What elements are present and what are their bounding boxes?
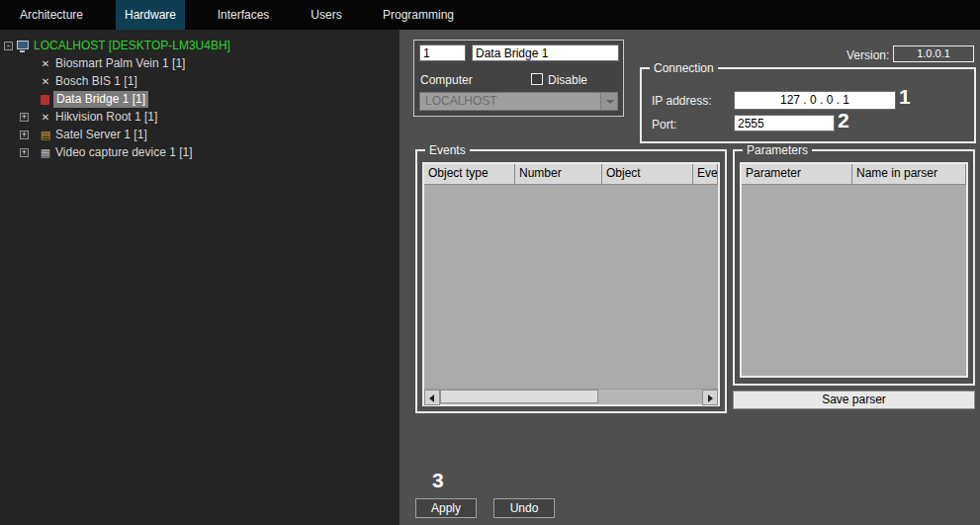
events-table-header: Object type Number Object Ever bbox=[424, 164, 718, 185]
tree-item-localhost[interactable]: LOCALHOST [DESKTOP-LM3U4BH] bbox=[34, 38, 230, 54]
computer-label: Computer bbox=[420, 73, 473, 87]
tree-row: ✕ Bosch BIS 1 [1] bbox=[0, 73, 400, 90]
expand-toggle[interactable]: + bbox=[20, 113, 29, 122]
tree-row: - LOCALHOST [DESKTOP-LM3U4BH] bbox=[0, 38, 400, 54]
tab-hardware[interactable]: Hardware bbox=[116, 0, 185, 30]
parameters-table-header: Parameter Name in parser bbox=[742, 164, 966, 185]
annotation-step-3: 3 bbox=[432, 469, 444, 492]
tree-item-hikvision[interactable]: Hikvision Root 1 [1] bbox=[55, 109, 157, 126]
parameters-table-body[interactable] bbox=[742, 185, 966, 376]
tab-interfaces[interactable]: Interfaces bbox=[208, 0, 279, 30]
device-tree: - LOCALHOST [DESKTOP-LM3U4BH] ✕ Biosmart… bbox=[0, 30, 400, 525]
x-icon: ✕ bbox=[40, 109, 51, 126]
disable-checkbox[interactable] bbox=[531, 73, 543, 85]
menu-bar: Architecture Hardware Interfaces Users P… bbox=[0, 0, 980, 30]
scroll-left-icon[interactable] bbox=[424, 390, 440, 405]
ip-address-input[interactable]: 127 . 0 . 0 . 1 bbox=[734, 91, 896, 110]
app-window: Architecture Hardware Interfaces Users P… bbox=[0, 0, 980, 525]
x-icon: ✕ bbox=[40, 55, 51, 72]
events-horizontal-scrollbar bbox=[424, 389, 718, 404]
tab-users[interactable]: Users bbox=[303, 0, 350, 30]
ip-address-label: IP address: bbox=[652, 94, 711, 108]
version-label: Version: bbox=[846, 48, 889, 62]
events-group-title: Events bbox=[425, 143, 470, 157]
port-label: Port: bbox=[652, 118, 676, 131]
tree-row: + ▤ Satel Server 1 [1] bbox=[0, 127, 400, 143]
tree-item-bosch-bis[interactable]: Bosch BIS 1 [1] bbox=[55, 73, 137, 90]
satel-server-icon: ▤ bbox=[40, 127, 51, 143]
parameters-group: Parameters Parameter Name in parser bbox=[733, 149, 975, 386]
settings-panel: Computer Disable LOCALHOST Version: 1.0.… bbox=[400, 30, 980, 525]
annotation-step-2: 2 bbox=[838, 109, 849, 132]
expand-toggle[interactable]: + bbox=[20, 131, 29, 139]
tree-item-satel[interactable]: Satel Server 1 [1] bbox=[55, 127, 147, 143]
column-header-event[interactable]: Ever bbox=[693, 164, 718, 185]
connection-group-title: Connection bbox=[650, 61, 718, 75]
chevron-down-icon bbox=[600, 93, 617, 110]
scrollbar-thumb[interactable] bbox=[440, 390, 598, 403]
save-parser-button[interactable]: Save parser bbox=[733, 391, 975, 409]
events-table-body[interactable] bbox=[424, 185, 718, 389]
column-header-object[interactable]: Object bbox=[602, 164, 693, 185]
events-table: Object type Number Object Ever bbox=[422, 162, 720, 406]
disable-label: Disable bbox=[548, 73, 587, 87]
version-value: 1.0.0.1 bbox=[893, 45, 974, 62]
port-input[interactable] bbox=[734, 115, 835, 131]
column-header-number[interactable]: Number bbox=[515, 164, 602, 185]
scrollbar-track[interactable] bbox=[440, 390, 702, 404]
events-group: Events Object type Number Object Ever bbox=[415, 149, 727, 413]
column-header-parameter[interactable]: Parameter bbox=[742, 164, 852, 185]
tree-row: ✕ Biosmart Palm Vein 1 [1] bbox=[0, 55, 400, 72]
data-bridge-icon bbox=[41, 95, 49, 105]
tree-row: + ✕ Hikvision Root 1 [1] bbox=[0, 109, 400, 126]
tree-item-video-capture[interactable]: Video capture device 1 [1] bbox=[55, 144, 193, 161]
tree-item-biosmart[interactable]: Biosmart Palm Vein 1 [1] bbox=[55, 55, 185, 72]
tab-programming[interactable]: Programming bbox=[379, 0, 458, 30]
video-capture-icon: ▦ bbox=[40, 144, 51, 161]
x-icon: ✕ bbox=[40, 73, 51, 90]
column-header-object-type[interactable]: Object type bbox=[424, 164, 515, 185]
connection-group: Connection IP address: 127 . 0 . 0 . 1 1… bbox=[640, 67, 976, 143]
computer-select-value: LOCALHOST bbox=[425, 94, 497, 108]
computer-icon bbox=[17, 41, 29, 49]
scroll-right-icon[interactable] bbox=[702, 390, 718, 405]
apply-button[interactable]: Apply bbox=[415, 498, 477, 518]
undo-button[interactable]: Undo bbox=[493, 498, 555, 518]
tree-item-data-bridge[interactable]: Data Bridge 1 [1] bbox=[53, 91, 148, 108]
parameters-table: Parameter Name in parser bbox=[740, 162, 968, 378]
column-header-name-in-parser[interactable]: Name in parser bbox=[852, 164, 966, 185]
tab-architecture[interactable]: Architecture bbox=[12, 0, 91, 30]
object-id-input[interactable] bbox=[419, 44, 466, 61]
parameters-group-title: Parameters bbox=[743, 143, 812, 157]
tree-row: + ▦ Video capture device 1 [1] bbox=[0, 144, 400, 161]
collapse-toggle[interactable]: - bbox=[4, 42, 13, 50]
computer-select[interactable]: LOCALHOST bbox=[419, 92, 618, 111]
expand-toggle[interactable]: + bbox=[20, 148, 29, 157]
tree-row: Data Bridge 1 [1] bbox=[0, 91, 400, 108]
object-name-input[interactable] bbox=[472, 44, 619, 61]
identity-box: Computer Disable LOCALHOST bbox=[413, 40, 624, 117]
annotation-step-1: 1 bbox=[899, 85, 911, 109]
